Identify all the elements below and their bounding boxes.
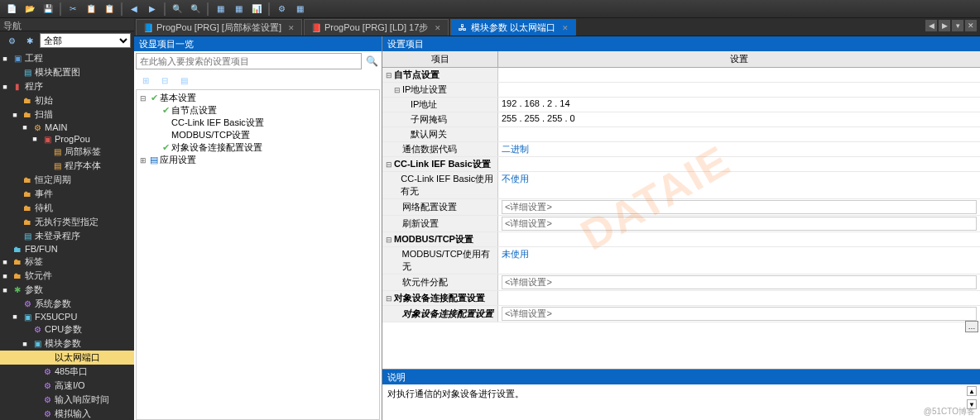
- detail-value[interactable]: 不使用: [498, 172, 980, 198]
- tree-item[interactable]: ⚙输入响应时间: [0, 393, 134, 407]
- tree-item[interactable]: 🖿恒定周期: [0, 173, 134, 187]
- tree-item[interactable]: ■▣ProgPou: [0, 133, 134, 145]
- detail-row: 网络配置设置<详细设置>: [382, 199, 980, 216]
- toolbar-button[interactable]: 📋: [101, 2, 118, 17]
- description-text: 对执行通信的对象设备进行设置。: [387, 389, 524, 399]
- detail-row: 对象设备连接配置设置<详细设置>…: [382, 306, 980, 322]
- editor-tab[interactable]: 📘ProgPou [PRG] [局部标签设置]✕: [136, 19, 302, 36]
- settings-tree-item[interactable]: ⊞▤应用设置: [137, 154, 379, 166]
- settings-tree-item[interactable]: ✔自节点设置: [137, 104, 379, 117]
- tab-close-icon[interactable]: ✕: [288, 24, 295, 32]
- detail-value[interactable]: <详细设置>: [498, 199, 980, 215]
- toolbar-button[interactable]: 🔍: [187, 2, 204, 17]
- blog-watermark: @51CTO博客: [924, 406, 975, 418]
- toolbar-button[interactable]: 🔍: [169, 2, 185, 17]
- nav-toolbar: ⚙ ✱ 全部: [0, 31, 134, 50]
- toolbar-button[interactable]: ▶: [144, 2, 161, 17]
- detail-row: ⊟IP地址设置: [382, 83, 980, 98]
- detail-label: MODBUS/TCP使用有无: [382, 247, 498, 274]
- toolbar-button[interactable]: 💾: [40, 2, 56, 17]
- detail-value[interactable]: 255 . 255 . 255 . 0: [498, 112, 980, 126]
- tree-item[interactable]: ■▣工程: [0, 51, 134, 65]
- toolbar-button[interactable]: ◀: [126, 2, 142, 17]
- detail-value[interactable]: 192 . 168 . 2 . 14: [498, 98, 980, 112]
- settings-tree-item[interactable]: MODBUS/TCP设置: [137, 129, 379, 141]
- toolbar-button[interactable]: ✂: [65, 2, 81, 17]
- tree-item[interactable]: ▤程序本体: [0, 159, 134, 173]
- toolbar-button[interactable]: ⚙: [273, 2, 290, 17]
- detail-label: 软元件分配: [382, 274, 498, 290]
- tab-prev-icon[interactable]: ◀: [925, 20, 937, 31]
- detail-value[interactable]: 未使用: [498, 247, 980, 274]
- navigation-panel: 导航 ⚙ ✱ 全部 ■▣工程▤模块配置图■▮程序🖿初始■🖿扫描■⚙MAIN■▣P…: [0, 18, 134, 420]
- tree-item[interactable]: 🖿FB/FUN: [0, 243, 134, 255]
- tree-item[interactable]: ■▮程序: [0, 79, 134, 93]
- detail-value[interactable]: [498, 127, 980, 141]
- toolbar-button[interactable]: 📄: [3, 2, 20, 17]
- tree-item[interactable]: 🖧以太网端口: [0, 351, 134, 365]
- tree-item[interactable]: ■🖿标签: [0, 255, 134, 269]
- tree-item[interactable]: ▤未登录程序: [0, 229, 134, 243]
- tree-item[interactable]: ▤局部标签: [0, 145, 134, 159]
- detail-label: ⊟对象设备连接配置设置: [382, 291, 498, 305]
- tree-item[interactable]: ■🖿扫描: [0, 107, 134, 122]
- detail-value[interactable]: 二进制: [498, 142, 980, 156]
- detail-row: 默认网关: [382, 127, 980, 142]
- detail-value[interactable]: <详细设置>…: [498, 306, 980, 322]
- settings-list-panel: 设显项目一览 🔍 ⊞ ⊟ ▤ ⊟✔基本设置✔自节点设置CC-Link IEF B…: [134, 36, 382, 420]
- tree-item[interactable]: ⚙CPU参数: [0, 322, 134, 336]
- detail-value[interactable]: <详细设置>: [498, 216, 980, 231]
- detail-label: CC-Link IEF Basic使用有无: [382, 172, 498, 198]
- search-button[interactable]: 🔍: [363, 53, 380, 69]
- toolbar-button[interactable]: ▦: [291, 2, 308, 17]
- tree-item[interactable]: ■▣模块参数: [0, 336, 134, 351]
- toolbar-button[interactable]: ▦: [230, 2, 247, 17]
- toolbar-button[interactable]: ▦: [212, 2, 228, 17]
- tree-item[interactable]: ■✱参数: [0, 283, 134, 297]
- tree-item[interactable]: ⚙模拟输入: [0, 407, 134, 420]
- editor-tab[interactable]: 🖧模块参数 以太网端口✕: [450, 19, 576, 36]
- tree-item[interactable]: 🖿初始: [0, 93, 134, 107]
- tree-item[interactable]: 🖿无执行类型指定: [0, 215, 134, 229]
- expand-icon[interactable]: ⊞: [137, 73, 154, 88]
- description-panel: 说明 对执行通信的对象设备进行设置。 ▲ ▼ @51CTO博客: [382, 369, 980, 420]
- settings-tree-item[interactable]: ⊟✔基本设置: [137, 92, 379, 104]
- tab-next-icon[interactable]: ▶: [939, 20, 950, 31]
- settings-tree: ⊟✔基本设置✔自节点设置CC-Link IEF Basic设置MODBUS/TC…: [136, 89, 380, 420]
- search-input[interactable]: [136, 53, 362, 69]
- tree-item[interactable]: ⚙485串口: [0, 365, 134, 379]
- settings-tree-item[interactable]: ✔对象设备连接配置设置: [137, 141, 379, 154]
- nav-tree-icon[interactable]: ✱: [22, 33, 38, 48]
- tab-menu-icon[interactable]: ▾: [952, 20, 963, 31]
- tab-close-icon[interactable]: ✕: [562, 24, 569, 32]
- collapse-icon[interactable]: ⊟: [156, 73, 173, 88]
- desc-up-icon[interactable]: ▲: [967, 386, 977, 396]
- detail-value: [498, 232, 980, 246]
- toolbar-button[interactable]: 📋: [83, 2, 99, 17]
- nav-config-icon[interactable]: ⚙: [3, 33, 20, 48]
- editor-tab[interactable]: 📕ProgPou [PRG] [LD] 17步✕: [304, 19, 449, 36]
- detail-label: 刷新设置: [382, 216, 498, 231]
- tree-item[interactable]: ■🖿软元件: [0, 269, 134, 283]
- tree-item[interactable]: ▤模块配置图: [0, 65, 134, 79]
- settings-tree-item[interactable]: CC-Link IEF Basic设置: [137, 117, 379, 129]
- description-header: 说明: [382, 370, 980, 384]
- tree-item[interactable]: ■▣FX5UCPU: [0, 311, 134, 322]
- tab-close-icon[interactable]: ✕: [965, 20, 977, 31]
- toolbar-button[interactable]: 📂: [22, 2, 38, 17]
- tab-close-icon[interactable]: ✕: [435, 24, 441, 32]
- nav-filter-select[interactable]: 全部: [40, 33, 131, 48]
- detail-value[interactable]: <详细设置>: [498, 274, 980, 290]
- list-icon[interactable]: ▤: [175, 73, 192, 88]
- detail-label: ⊟MODBUS/TCP设置: [382, 232, 498, 246]
- tree-item[interactable]: ■⚙MAIN: [0, 122, 134, 133]
- settings-mini-toolbar: ⊞ ⊟ ▤: [134, 71, 382, 89]
- browse-button[interactable]: …: [965, 321, 978, 332]
- detail-header: 设置项目: [382, 36, 980, 51]
- tree-item[interactable]: ⚙高速I/O: [0, 379, 134, 393]
- tree-item[interactable]: ⚙系统参数: [0, 297, 134, 311]
- tree-item[interactable]: 🖿待机: [0, 201, 134, 215]
- main-toolbar: 📄📂💾✂📋📋◀▶🔍🔍▦▦📊⚙▦: [0, 0, 980, 18]
- tree-item[interactable]: 🖿事件: [0, 187, 134, 201]
- toolbar-button[interactable]: 📊: [248, 2, 265, 17]
